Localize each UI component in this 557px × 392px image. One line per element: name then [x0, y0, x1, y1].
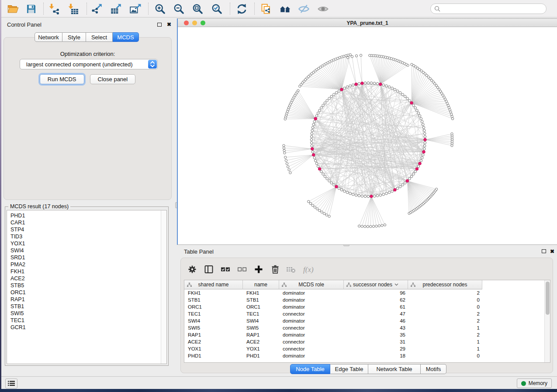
close-panel-button[interactable]: Close panel — [90, 74, 136, 84]
cell-MCDS-role: dominator — [279, 317, 344, 324]
table-row[interactable]: SWI4SWI4dominator462 — [184, 317, 482, 324]
status-bar: Memory — [1, 376, 557, 389]
mcds-result-item[interactable]: ACE2 — [7, 275, 166, 282]
tab-select[interactable]: Select — [86, 32, 113, 42]
svg-text:f(x): f(x) — [303, 265, 314, 274]
run-mcds-button[interactable]: Run MCDS — [40, 74, 84, 84]
table-row[interactable]: PHD1PHD1dominator180 — [184, 352, 482, 359]
table-scrollbar-thumb[interactable] — [546, 282, 550, 315]
tab-mcds[interactable]: MCDS — [113, 32, 139, 42]
optimization-criterion-select[interactable]: largest connected component (undirected) — [20, 59, 158, 69]
control-panel-float-icon[interactable] — [157, 23, 162, 27]
hide-icon[interactable] — [298, 3, 310, 15]
table-body: FKH1FKH1dominator962STB1STB1dominator620… — [184, 289, 482, 359]
mcds-result-item[interactable]: TEC1 — [7, 317, 166, 324]
mcds-result-item[interactable]: YOX1 — [7, 240, 166, 247]
column-header-shared-name[interactable]: shared name — [184, 280, 243, 289]
zoom-out-icon[interactable] — [173, 3, 185, 15]
table-row[interactable]: SWI5SWI5connector431 — [184, 324, 482, 331]
table-scrollbar[interactable] — [544, 280, 550, 362]
zoom-fit-icon[interactable] — [192, 3, 204, 15]
table-header: shared namenameMCDS rolesuccessor nodes … — [184, 280, 482, 289]
mcds-result-title: MCDS result (17 nodes) — [8, 203, 70, 210]
save-session-icon[interactable] — [25, 3, 37, 15]
export-image-icon[interactable] — [129, 3, 141, 15]
network-window-titlebar[interactable]: YPA_prune.txt_1 — [178, 19, 557, 27]
zoom-selected-icon[interactable] — [211, 3, 223, 15]
table-panel-body: f(x) shared namenameMCDS rolesuccessor n… — [180, 258, 553, 373]
cell-name: SWI5 — [243, 324, 279, 331]
zoom-in-icon[interactable] — [154, 3, 166, 15]
cell-successor-nodes: 35 — [344, 331, 408, 338]
mcds-result-item[interactable]: STP4 — [7, 226, 166, 233]
delete-icon[interactable] — [270, 264, 280, 276]
export-table-icon[interactable] — [110, 3, 122, 15]
network-canvas[interactable] — [178, 27, 557, 244]
tab-node-table[interactable]: Node Table — [290, 364, 330, 374]
cell-MCDS-role: connector — [279, 324, 344, 331]
add-icon[interactable] — [253, 264, 264, 276]
table-row[interactable]: FKH1FKH1dominator962 — [184, 289, 482, 296]
mcds-result-item[interactable]: CAR1 — [7, 219, 166, 226]
table-row[interactable]: YOX1YOX1connector291 — [184, 345, 482, 352]
table-row[interactable]: ACE2ACE2connector311 — [184, 338, 482, 345]
mcds-result-item[interactable]: RAP1 — [7, 296, 166, 303]
select-all-icon[interactable] — [220, 264, 231, 276]
table-settings-icon[interactable] — [187, 264, 197, 276]
mcds-result-item[interactable]: ORC1 — [7, 289, 166, 296]
table-row[interactable]: ORC1ORC1dominator610 — [184, 303, 482, 310]
mcds-result-item[interactable]: SWI4 — [7, 247, 166, 254]
mcds-result-item[interactable]: STB1 — [7, 303, 166, 310]
tab-network-table[interactable]: Network Table — [368, 364, 421, 374]
deselect-all-icon[interactable] — [237, 264, 247, 276]
task-history-button[interactable] — [5, 378, 17, 389]
mcds-options-panel: Optimization criterion: largest connecte… — [3, 37, 172, 200]
table-row[interactable]: RAP1RAP1dominator352 — [184, 331, 482, 338]
mcds-result-item[interactable]: SWI5 — [7, 310, 166, 317]
mcds-result-item[interactable]: SRD1 — [7, 254, 166, 261]
cell-predecessor-nodes: 2 — [408, 310, 482, 317]
delete-table-icon[interactable] — [286, 264, 296, 276]
column-header-predecessor-nodes[interactable]: predecessor nodes — [408, 280, 482, 289]
show-column-icon[interactable] — [204, 264, 214, 276]
optimization-criterion-label: Optimization criterion: — [4, 51, 171, 57]
import-network-icon[interactable] — [48, 3, 60, 15]
control-panel-tabs: NetworkStyleSelectMCDS — [35, 32, 139, 42]
tab-edge-table[interactable]: Edge Table — [330, 364, 368, 374]
mcds-result-list[interactable]: PHD1CAR1STP4TID3YOX1SWI4SRD1PMA2FKH1ACE2… — [7, 210, 167, 364]
clone-network-icon[interactable] — [260, 3, 272, 15]
mcds-result-item[interactable]: STB5 — [7, 282, 166, 289]
export-network-icon[interactable] — [91, 3, 103, 15]
mcds-result-item[interactable]: GCR1 — [7, 324, 166, 331]
memory-button[interactable]: Memory — [517, 378, 552, 388]
node-table: shared namenameMCDS rolesuccessor nodes … — [184, 280, 550, 363]
tab-motifs[interactable]: Motifs — [421, 364, 446, 374]
mcds-result-item[interactable]: TID3 — [7, 233, 166, 240]
column-header-MCDS-role[interactable]: MCDS role — [279, 280, 344, 289]
network-graph — [178, 27, 557, 244]
network-view-window: YPA_prune.txt_1 — [177, 18, 557, 245]
function-builder-icon[interactable]: f(x) — [302, 264, 320, 276]
mcds-result-item[interactable]: PHD1 — [7, 212, 166, 219]
open-file-icon[interactable] — [7, 3, 19, 15]
mcds-list-scrollbar[interactable] — [161, 210, 166, 364]
table-row[interactable]: TEC1TEC1connector472 — [184, 310, 482, 317]
mcds-result-item[interactable]: PMA2 — [7, 261, 166, 268]
tab-style[interactable]: Style — [62, 32, 86, 42]
table-panel-close-icon[interactable]: ✖ — [550, 249, 554, 254]
cell-successor-nodes: 96 — [344, 289, 408, 296]
column-header-name[interactable]: name — [243, 280, 279, 289]
table-panel-float-icon[interactable] — [542, 249, 546, 253]
column-header-successor-nodes[interactable]: successor nodes — [344, 280, 408, 289]
search-input[interactable] — [430, 3, 547, 14]
home-icon[interactable] — [279, 3, 291, 15]
mcds-result-fieldset: MCDS result (17 nodes) PHD1CAR1STP4TID3Y… — [5, 206, 169, 366]
refresh-icon[interactable] — [236, 3, 248, 15]
show-icon[interactable] — [317, 3, 329, 15]
table-row[interactable]: STB1STB1dominator620 — [184, 296, 482, 303]
cell-shared-name: YOX1 — [184, 345, 243, 352]
import-table-icon[interactable] — [68, 3, 80, 15]
mcds-result-item[interactable]: FKH1 — [7, 268, 166, 275]
control-panel-close-icon[interactable]: ✖ — [167, 22, 171, 27]
tab-network[interactable]: Network — [35, 32, 62, 42]
